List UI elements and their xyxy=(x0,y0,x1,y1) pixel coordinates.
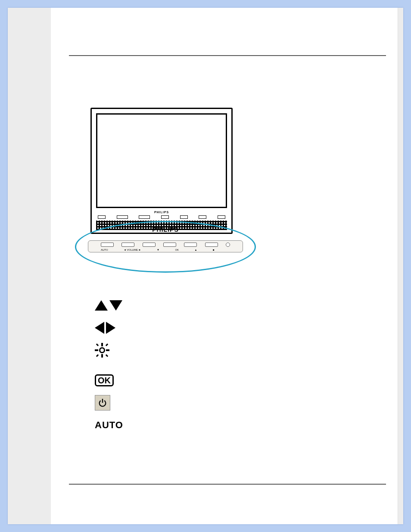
page: PHILIPS xyxy=(8,8,403,524)
up-down-icon xyxy=(95,300,122,311)
base-callout: PHILIPS AUTO ◄ VOLUME ► ▼ OK xyxy=(75,221,256,273)
bottom-rule xyxy=(69,484,386,485)
page-frame: PHILIPS xyxy=(0,0,411,532)
power-icon xyxy=(95,395,110,411)
legend-row-leftright xyxy=(95,317,386,339)
screen-brand-small: PHILIPS xyxy=(96,211,227,214)
legend-row-auto: AUTO xyxy=(95,414,386,436)
front-button xyxy=(199,215,206,219)
right-gutter xyxy=(398,8,403,524)
front-button xyxy=(161,215,169,219)
legend-row-brightness xyxy=(95,339,386,361)
front-button xyxy=(139,215,150,219)
button-legend: OK xyxy=(95,294,386,436)
front-button xyxy=(218,215,225,219)
content-column: PHILIPS xyxy=(52,8,403,524)
left-right-icon xyxy=(95,322,115,334)
brightness-icon xyxy=(95,343,109,358)
legend-row-power xyxy=(95,392,386,414)
screen-front-buttons xyxy=(96,215,227,219)
auto-label: AUTO xyxy=(95,420,123,431)
front-button xyxy=(98,215,106,219)
monitor-illustration: PHILIPS xyxy=(90,108,237,234)
legend-row-updown xyxy=(95,294,386,317)
callout-ellipse xyxy=(75,221,256,273)
ok-icon: OK xyxy=(95,374,114,386)
monitor-screen xyxy=(96,113,227,208)
front-button xyxy=(117,215,128,219)
left-gutter xyxy=(8,8,52,524)
legend-row-ok: OK xyxy=(95,369,386,392)
monitor-body: PHILIPS xyxy=(90,108,233,234)
front-button xyxy=(180,215,188,219)
